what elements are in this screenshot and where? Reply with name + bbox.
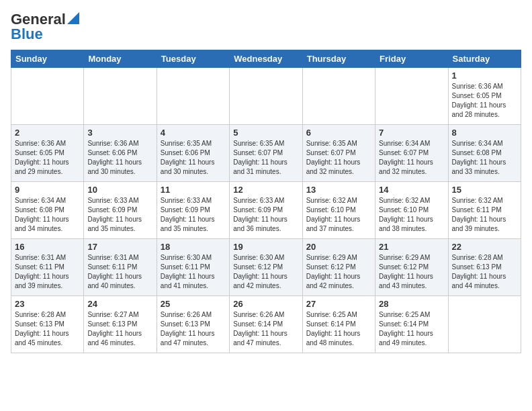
calendar-cell: 20Sunrise: 6:29 AM Sunset: 6:12 PM Dayli… (302, 239, 375, 296)
calendar-cell: 17Sunrise: 6:31 AM Sunset: 6:11 PM Dayli… (84, 239, 157, 296)
weekday-header-wednesday: Wednesday (230, 50, 302, 68)
day-info: Sunrise: 6:32 AM Sunset: 6:11 PM Dayligh… (452, 196, 517, 234)
day-number: 18 (161, 242, 226, 252)
day-number: 5 (233, 128, 298, 138)
weekday-header-row: SundayMondayTuesdayWednesdayThursdayFrid… (11, 50, 521, 68)
day-number: 17 (87, 242, 152, 252)
calendar-cell (230, 68, 302, 125)
weekday-header-friday: Friday (375, 50, 448, 68)
calendar-week-row: 1Sunrise: 6:36 AM Sunset: 6:05 PM Daylig… (11, 68, 521, 125)
day-number: 22 (452, 242, 517, 252)
day-number: 16 (15, 242, 80, 252)
calendar-cell: 9Sunrise: 6:34 AM Sunset: 6:08 PM Daylig… (11, 182, 84, 239)
calendar-cell: 14Sunrise: 6:32 AM Sunset: 6:10 PM Dayli… (375, 182, 448, 239)
day-number: 19 (233, 242, 298, 252)
calendar-cell (157, 68, 229, 125)
day-info: Sunrise: 6:28 AM Sunset: 6:13 PM Dayligh… (452, 253, 517, 291)
calendar-cell (448, 296, 521, 353)
day-info: Sunrise: 6:31 AM Sunset: 6:11 PM Dayligh… (87, 253, 152, 291)
day-info: Sunrise: 6:30 AM Sunset: 6:11 PM Dayligh… (161, 253, 226, 291)
calendar-cell: 7Sunrise: 6:34 AM Sunset: 6:07 PM Daylig… (375, 125, 448, 182)
calendar-week-row: 16Sunrise: 6:31 AM Sunset: 6:11 PM Dayli… (11, 239, 521, 296)
calendar-cell: 24Sunrise: 6:27 AM Sunset: 6:13 PM Dayli… (84, 296, 157, 353)
calendar-cell: 8Sunrise: 6:34 AM Sunset: 6:08 PM Daylig… (448, 125, 521, 182)
calendar-cell: 6Sunrise: 6:35 AM Sunset: 6:07 PM Daylig… (302, 125, 375, 182)
logo: General Blue (11, 11, 79, 43)
day-number: 20 (306, 242, 371, 252)
weekday-header-sunday: Sunday (11, 50, 84, 68)
calendar-week-row: 23Sunrise: 6:28 AM Sunset: 6:13 PM Dayli… (11, 296, 521, 353)
day-info: Sunrise: 6:25 AM Sunset: 6:14 PM Dayligh… (306, 310, 371, 348)
day-number: 6 (306, 128, 371, 138)
calendar-cell: 25Sunrise: 6:26 AM Sunset: 6:13 PM Dayli… (157, 296, 229, 353)
day-info: Sunrise: 6:35 AM Sunset: 6:06 PM Dayligh… (161, 139, 226, 177)
weekday-header-saturday: Saturday (448, 50, 521, 68)
day-number: 21 (379, 242, 444, 252)
calendar-cell: 16Sunrise: 6:31 AM Sunset: 6:11 PM Dayli… (11, 239, 84, 296)
svg-marker-0 (67, 12, 79, 24)
calendar-week-row: 9Sunrise: 6:34 AM Sunset: 6:08 PM Daylig… (11, 182, 521, 239)
day-number: 10 (87, 185, 152, 195)
day-number: 23 (15, 299, 80, 309)
calendar-cell: 21Sunrise: 6:29 AM Sunset: 6:12 PM Dayli… (375, 239, 448, 296)
day-number: 11 (161, 185, 226, 195)
calendar-cell: 5Sunrise: 6:35 AM Sunset: 6:07 PM Daylig… (230, 125, 302, 182)
day-info: Sunrise: 6:34 AM Sunset: 6:07 PM Dayligh… (379, 139, 444, 177)
day-number: 2 (15, 128, 80, 138)
day-number: 12 (233, 185, 298, 195)
calendar-cell: 4Sunrise: 6:35 AM Sunset: 6:06 PM Daylig… (157, 125, 229, 182)
day-number: 9 (15, 185, 80, 195)
calendar-table: SundayMondayTuesdayWednesdayThursdayFrid… (11, 50, 521, 353)
day-info: Sunrise: 6:26 AM Sunset: 6:13 PM Dayligh… (161, 310, 226, 348)
calendar-cell (11, 68, 84, 125)
calendar-cell: 19Sunrise: 6:30 AM Sunset: 6:12 PM Dayli… (230, 239, 302, 296)
day-number: 13 (306, 185, 371, 195)
day-info: Sunrise: 6:31 AM Sunset: 6:11 PM Dayligh… (15, 253, 80, 291)
calendar-cell: 22Sunrise: 6:28 AM Sunset: 6:13 PM Dayli… (448, 239, 521, 296)
day-info: Sunrise: 6:29 AM Sunset: 6:12 PM Dayligh… (379, 253, 444, 291)
day-number: 27 (306, 299, 371, 309)
day-number: 7 (379, 128, 444, 138)
page-header: General Blue (11, 11, 521, 43)
day-number: 15 (452, 185, 517, 195)
day-number: 3 (87, 128, 152, 138)
calendar-cell: 1Sunrise: 6:36 AM Sunset: 6:05 PM Daylig… (448, 68, 521, 125)
calendar-cell: 12Sunrise: 6:33 AM Sunset: 6:09 PM Dayli… (230, 182, 302, 239)
day-info: Sunrise: 6:32 AM Sunset: 6:10 PM Dayligh… (306, 196, 371, 234)
day-info: Sunrise: 6:36 AM Sunset: 6:05 PM Dayligh… (452, 82, 517, 120)
day-info: Sunrise: 6:28 AM Sunset: 6:13 PM Dayligh… (15, 310, 80, 348)
calendar-cell (375, 68, 448, 125)
calendar-cell: 13Sunrise: 6:32 AM Sunset: 6:10 PM Dayli… (302, 182, 375, 239)
calendar-cell: 23Sunrise: 6:28 AM Sunset: 6:13 PM Dayli… (11, 296, 84, 353)
calendar-cell (84, 68, 157, 125)
calendar-cell: 27Sunrise: 6:25 AM Sunset: 6:14 PM Dayli… (302, 296, 375, 353)
day-info: Sunrise: 6:32 AM Sunset: 6:10 PM Dayligh… (379, 196, 444, 234)
calendar-cell: 11Sunrise: 6:33 AM Sunset: 6:09 PM Dayli… (157, 182, 229, 239)
calendar-cell (302, 68, 375, 125)
day-number: 28 (379, 299, 444, 309)
calendar-cell: 15Sunrise: 6:32 AM Sunset: 6:11 PM Dayli… (448, 182, 521, 239)
day-info: Sunrise: 6:34 AM Sunset: 6:08 PM Dayligh… (15, 196, 80, 234)
weekday-header-monday: Monday (84, 50, 157, 68)
logo-triangle-icon (67, 12, 79, 24)
day-info: Sunrise: 6:33 AM Sunset: 6:09 PM Dayligh… (233, 196, 298, 234)
day-number: 1 (452, 71, 517, 81)
calendar-cell: 18Sunrise: 6:30 AM Sunset: 6:11 PM Dayli… (157, 239, 229, 296)
calendar-cell: 28Sunrise: 6:25 AM Sunset: 6:14 PM Dayli… (375, 296, 448, 353)
day-info: Sunrise: 6:26 AM Sunset: 6:14 PM Dayligh… (233, 310, 298, 348)
weekday-header-tuesday: Tuesday (157, 50, 229, 68)
day-info: Sunrise: 6:36 AM Sunset: 6:05 PM Dayligh… (15, 139, 80, 177)
calendar-cell: 3Sunrise: 6:36 AM Sunset: 6:06 PM Daylig… (84, 125, 157, 182)
day-info: Sunrise: 6:30 AM Sunset: 6:12 PM Dayligh… (233, 253, 298, 291)
day-info: Sunrise: 6:25 AM Sunset: 6:14 PM Dayligh… (379, 310, 444, 348)
day-info: Sunrise: 6:29 AM Sunset: 6:12 PM Dayligh… (306, 253, 371, 291)
day-number: 25 (161, 299, 226, 309)
day-number: 24 (87, 299, 152, 309)
day-info: Sunrise: 6:33 AM Sunset: 6:09 PM Dayligh… (87, 196, 152, 234)
calendar-cell: 10Sunrise: 6:33 AM Sunset: 6:09 PM Dayli… (84, 182, 157, 239)
day-number: 14 (379, 185, 444, 195)
calendar-week-row: 2Sunrise: 6:36 AM Sunset: 6:05 PM Daylig… (11, 125, 521, 182)
calendar-cell: 26Sunrise: 6:26 AM Sunset: 6:14 PM Dayli… (230, 296, 302, 353)
day-number: 8 (452, 128, 517, 138)
calendar-cell: 2Sunrise: 6:36 AM Sunset: 6:05 PM Daylig… (11, 125, 84, 182)
